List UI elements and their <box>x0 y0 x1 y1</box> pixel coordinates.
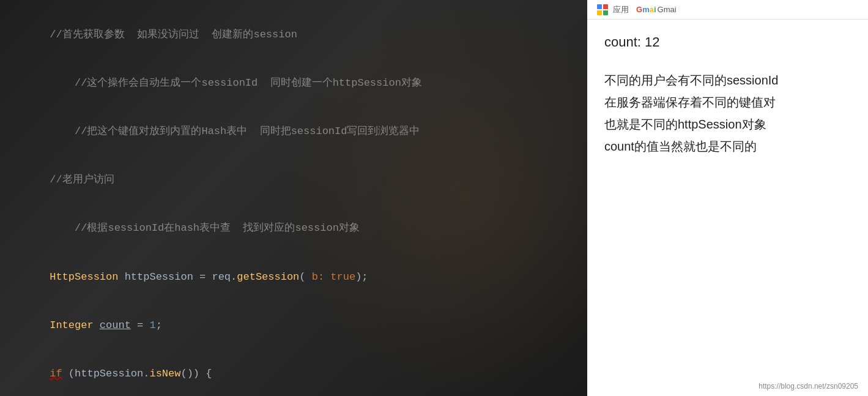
code-text: httpSession = req. <box>118 271 237 283</box>
code-text: ( <box>299 271 311 283</box>
gmail-m-icon: Gmai <box>636 5 656 14</box>
param-b: b: <box>312 271 324 283</box>
desc-line-1: 不同的用户会有不同的sessionId <box>604 70 851 91</box>
code-line-6: HttpSession httpSession = req.getSession… <box>12 253 575 301</box>
keyword-true: true <box>330 271 355 283</box>
code-text: (httpSession. <box>62 368 150 379</box>
gmail-icon: Gmai Gmai <box>636 5 677 14</box>
info-footer: https://blog.csdn.net/zsn09205 <box>587 375 868 396</box>
var-count-1: count <box>100 319 131 331</box>
class-integer: Integer <box>50 319 93 331</box>
method-getsession: getSession <box>237 271 299 283</box>
code-text <box>324 271 330 283</box>
code-line-5: //根据sessionId在hash表中查 找到对应的session对象 <box>12 204 575 253</box>
desc-line-3: 也就是不同的httpSession对象 <box>604 114 851 135</box>
gmail-label: Gmai <box>658 5 677 14</box>
number-1: 1 <box>149 319 155 331</box>
keyword-if: if <box>50 368 62 379</box>
code-text: ; <box>156 319 162 331</box>
comment-2: //这个操作会自动生成一个sessionId 同时创建一个httpSession… <box>50 77 422 89</box>
desc-line-2: 在服务器端保存着不同的键值对 <box>604 92 851 113</box>
code-line-3: //把这个键值对放到内置的Hash表中 同时把sessionId写回到浏览器中 <box>12 108 575 156</box>
apps-label: 应用 <box>613 4 629 15</box>
code-line-8: if (httpSession.isNew()) { <box>12 349 575 396</box>
code-line-4: //老用户访问 <box>12 156 575 204</box>
code-text: ); <box>355 271 368 283</box>
comment-5: //根据sessionId在hash表中查 找到对应的session对象 <box>50 222 360 234</box>
comment-1: //首先获取参数 如果没访问过 创建新的session <box>50 29 297 40</box>
code-line-2: //这个操作会自动生成一个sessionId 同时创建一个httpSession… <box>12 59 575 108</box>
code-panel: //首先获取参数 如果没访问过 创建新的session //这个操作会自动生成一… <box>0 0 587 396</box>
code-line-7: Integer count = 1; <box>12 301 575 349</box>
description-text: 不同的用户会有不同的sessionId 在服务器端保存着不同的键值对 也就是不同… <box>604 70 851 157</box>
count-display: count: 12 <box>604 34 851 50</box>
code-text: = <box>131 319 150 331</box>
code-text: ()) { <box>180 368 212 379</box>
desc-line-4: count的值当然就也是不同的 <box>604 136 851 157</box>
top-bar: 应用 Gmai Gmai <box>587 0 868 20</box>
code-text <box>94 319 100 331</box>
method-isnew: isNew <box>149 368 180 379</box>
comment-3: //把这个键值对放到内置的Hash表中 同时把sessionId写回到浏览器中 <box>50 125 420 137</box>
code-content: //首先获取参数 如果没访问过 创建新的session //这个操作会自动生成一… <box>0 0 587 396</box>
csdn-link: https://blog.csdn.net/zsn09205 <box>759 382 858 390</box>
class-httpsession: HttpSession <box>50 271 118 283</box>
info-panel: 应用 Gmai Gmai count: 12 不同的用户会有不同的session… <box>587 0 868 396</box>
info-body: count: 12 不同的用户会有不同的sessionId 在服务器端保存着不同… <box>587 20 868 375</box>
apps-icon[interactable] <box>597 4 608 15</box>
code-line-1: //首先获取参数 如果没访问过 创建新的session <box>12 11 575 59</box>
comment-4: //老用户访问 <box>50 174 114 185</box>
